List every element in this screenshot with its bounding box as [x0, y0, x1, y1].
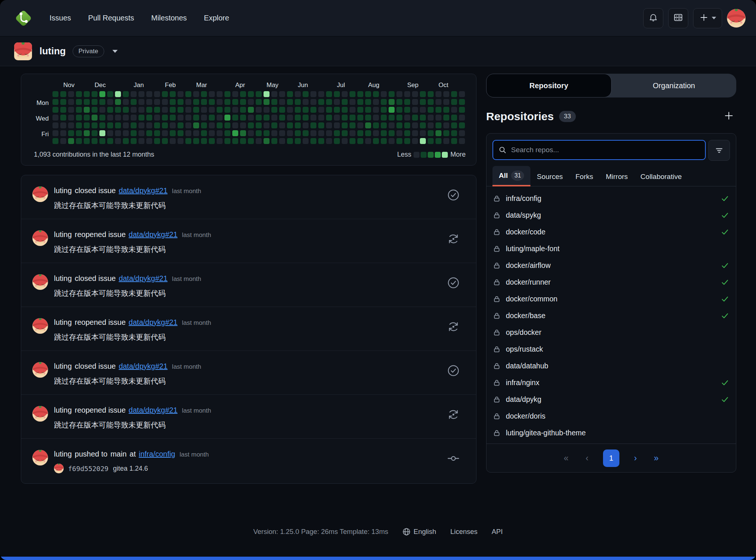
heatmap-cell[interactable] [107, 107, 113, 113]
heatmap-cell[interactable] [92, 91, 98, 97]
heatmap-cell[interactable] [310, 130, 316, 136]
heatmap-cell[interactable] [326, 107, 332, 113]
heatmap-cell[interactable] [295, 91, 301, 97]
heatmap-cell[interactable] [52, 122, 58, 128]
heatmap-cell[interactable] [146, 91, 152, 97]
heatmap-cell[interactable] [217, 115, 223, 121]
heatmap-cell[interactable] [76, 99, 82, 105]
heatmap-cell[interactable] [232, 122, 238, 128]
heatmap-cell[interactable] [381, 122, 387, 128]
heatmap-cell[interactable] [357, 115, 363, 121]
heatmap-cell[interactable] [303, 138, 309, 144]
heatmap-cell[interactable] [412, 122, 418, 128]
heatmap-cell[interactable] [154, 107, 160, 113]
repo-row[interactable]: docker/doris [487, 408, 736, 425]
heatmap-cell[interactable] [107, 115, 113, 121]
heatmap-cell[interactable] [162, 130, 168, 136]
heatmap-cell[interactable] [154, 138, 160, 144]
nav-link-milestones[interactable]: Milestones [144, 10, 194, 26]
heatmap-cell[interactable] [404, 107, 410, 113]
heatmap-cell[interactable] [389, 99, 395, 105]
heatmap-cell[interactable] [138, 107, 144, 113]
heatmap-cell[interactable] [146, 99, 152, 105]
heatmap-cell[interactable] [295, 130, 301, 136]
heatmap-cell[interactable] [381, 99, 387, 105]
heatmap-cell[interactable] [123, 115, 129, 121]
heatmap-cell[interactable] [92, 122, 98, 128]
heatmap-cell[interactable] [123, 122, 129, 128]
heatmap-cell[interactable] [334, 91, 340, 97]
repo-filter-button[interactable] [708, 140, 730, 161]
feed-actor[interactable]: luting [54, 450, 72, 458]
heatmap-cell[interactable] [248, 99, 254, 105]
heatmap-cell[interactable] [92, 99, 98, 105]
heatmap-cell[interactable] [60, 107, 66, 113]
heatmap-cell[interactable] [420, 91, 426, 97]
heatmap-cell[interactable] [115, 115, 121, 121]
feed-avatar[interactable] [32, 274, 48, 290]
heatmap-cell[interactable] [287, 122, 293, 128]
heatmap-cell[interactable] [138, 122, 144, 128]
repo-row[interactable]: docker/airflow [487, 257, 736, 274]
heatmap-cell[interactable] [162, 115, 168, 121]
heatmap-cell[interactable] [131, 91, 137, 97]
heatmap-cell[interactable] [334, 107, 340, 113]
heatmap-cell[interactable] [310, 115, 316, 121]
feed-target-link[interactable]: data/dpykg#21 [129, 406, 178, 415]
heatmap-cell[interactable] [99, 138, 105, 144]
heatmap-cell[interactable] [209, 99, 215, 105]
heatmap-cell[interactable] [209, 91, 215, 97]
heatmap-cell[interactable] [60, 91, 66, 97]
heatmap-cell[interactable] [404, 91, 410, 97]
heatmap-cell[interactable] [365, 107, 371, 113]
heatmap-cell[interactable] [84, 122, 90, 128]
repo-row[interactable]: docker/base [487, 307, 736, 324]
heatmap-cell[interactable] [396, 115, 402, 121]
heatmap-cell[interactable] [146, 122, 152, 128]
heatmap-cell[interactable] [131, 107, 137, 113]
repo-row[interactable]: docker/code [487, 224, 736, 240]
heatmap-cell[interactable] [60, 122, 66, 128]
heatmap-cell[interactable] [287, 91, 293, 97]
heatmap-cell[interactable] [240, 99, 246, 105]
feed-target-link[interactable]: data/dpykg#21 [129, 230, 178, 239]
heatmap-cell[interactable] [451, 99, 457, 105]
feed-target-link[interactable]: data/dpykg#21 [119, 362, 168, 371]
heatmap-cell[interactable] [115, 91, 121, 97]
heatmap-cell[interactable] [373, 115, 379, 121]
heatmap-cell[interactable] [381, 138, 387, 144]
heatmap-cell[interactable] [373, 99, 379, 105]
heatmap-cell[interactable] [271, 91, 277, 97]
feed-avatar[interactable] [32, 450, 48, 465]
heatmap-cell[interactable] [436, 115, 441, 121]
heatmap-cell[interactable] [443, 91, 449, 97]
feed-actor[interactable]: luting [54, 274, 72, 283]
filter-tab-collaborative[interactable]: Collaborative [634, 168, 688, 186]
heatmap-cell[interactable] [318, 130, 324, 136]
heatmap-cell[interactable] [279, 138, 285, 144]
repo-row[interactable]: data/spykg [487, 207, 736, 224]
repo-name[interactable]: docker/runner [506, 278, 551, 287]
heatmap-cell[interactable] [271, 99, 277, 105]
heatmap-cell[interactable] [373, 122, 379, 128]
heatmap-cell[interactable] [436, 138, 441, 144]
heatmap-cell[interactable] [193, 99, 199, 105]
heatmap-cell[interactable] [99, 91, 105, 97]
heatmap-cell[interactable] [201, 99, 207, 105]
heatmap-cell[interactable] [209, 107, 215, 113]
heatmap-cell[interactable] [115, 138, 121, 144]
repo-row[interactable]: luting/maple-font [487, 240, 736, 257]
heatmap-cell[interactable] [396, 130, 402, 136]
heatmap-cell[interactable] [170, 122, 176, 128]
filter-tab-forks[interactable]: Forks [569, 168, 600, 186]
heatmap-cell[interactable] [443, 99, 449, 105]
heatmap-cell[interactable] [342, 107, 348, 113]
heatmap-cell[interactable] [123, 107, 129, 113]
heatmap-cell[interactable] [178, 115, 184, 121]
language-selector[interactable]: English [402, 528, 436, 536]
heatmap-cell[interactable] [342, 130, 348, 136]
heatmap-cell[interactable] [170, 115, 176, 121]
heatmap-cell[interactable] [131, 130, 137, 136]
heatmap-cell[interactable] [224, 115, 230, 121]
heatmap-cell[interactable] [138, 91, 144, 97]
